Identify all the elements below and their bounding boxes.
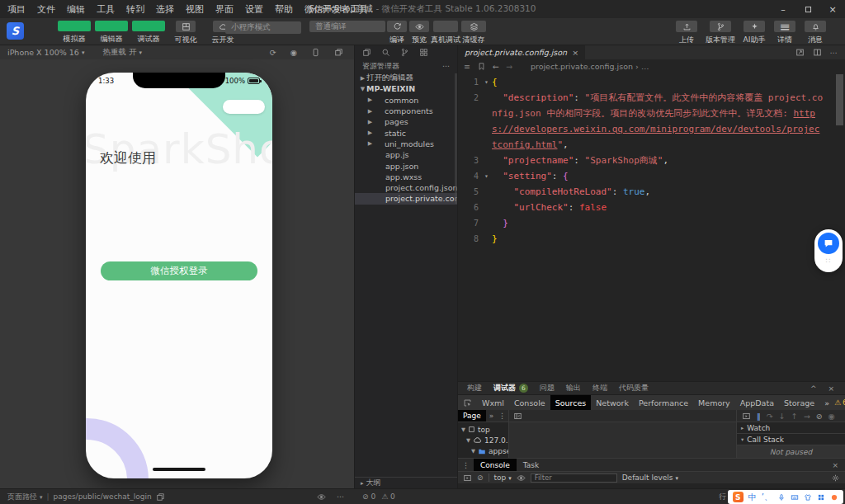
devtools-tab-Network[interactable]: Network [591, 395, 634, 410]
toolbar-action-AI助手[interactable]: AI助手 [743, 21, 766, 45]
step-icon[interactable]: → [804, 412, 810, 421]
code-editor[interactable]: 1▾{2 "description": "项目私有配置文件。此文件中的内容将覆盖… [458, 73, 845, 381]
wechat-login-button[interactable]: 微信授权登录 [101, 261, 257, 280]
drawer-more-icon[interactable]: ⋮ [458, 459, 474, 471]
search-icon[interactable] [381, 48, 390, 57]
menu-item-6[interactable]: 视图 [180, 3, 210, 16]
devtools-tab-Storage[interactable]: Storage [779, 395, 819, 410]
breadcrumb[interactable]: project.private.config.json › … [531, 62, 649, 71]
windows-icon[interactable] [334, 48, 343, 57]
pause-icon[interactable]: ‖ [757, 412, 761, 421]
fold-icon[interactable]: ▾ [481, 74, 492, 90]
panel-tab-构建[interactable]: 构建 [461, 383, 488, 393]
toolbar-action-上传[interactable]: 上传 [675, 21, 698, 45]
console-context-select[interactable]: top ▾ [494, 473, 512, 482]
nav-forward-icon[interactable]: → [506, 62, 512, 71]
copy-path-icon[interactable] [156, 492, 165, 502]
bp-slash-icon[interactable]: ⊘ [816, 412, 823, 421]
open-preview-icon[interactable] [795, 48, 805, 57]
close-panel-icon[interactable]: × [828, 384, 834, 393]
frame-tree-appservi[interactable]: ▼appservi [458, 445, 508, 456]
devtools-tab-Sources[interactable]: Sources [550, 395, 592, 410]
tree-item-app.js[interactable]: app.js [355, 149, 457, 160]
tab-page[interactable]: Page [458, 410, 486, 422]
watch-section[interactable]: ▸Watch [737, 422, 845, 434]
menu-item-0[interactable]: 项目 [2, 3, 31, 16]
toolbar-action-真机调试[interactable]: 真机调试 [431, 21, 460, 45]
phone-icon[interactable] [311, 48, 320, 57]
step-over-icon[interactable]: ↷ [767, 412, 773, 421]
menu-item-3[interactable]: 工具 [91, 3, 120, 16]
toolbar-action-消息[interactable]: 消息 [804, 21, 827, 45]
sources-tabs-overflow[interactable]: » [489, 412, 494, 420]
error-count[interactable]: ⊘ 0 [362, 492, 375, 501]
outline-section[interactable]: ▸大纲 [355, 477, 457, 488]
clear-console-icon[interactable]: ⊘ [477, 473, 484, 482]
play-box-icon[interactable] [742, 412, 751, 421]
step-into-icon[interactable]: ↓ [779, 412, 786, 421]
ime-item-1[interactable]: ’、 [762, 492, 772, 503]
devtools-tabs-overflow[interactable]: » [819, 395, 834, 410]
minimize-button[interactable]: – [771, 0, 795, 18]
panel-tab-代码质量[interactable]: 代码质量 [613, 383, 654, 393]
tree-item-components[interactable]: ▶components [355, 106, 457, 116]
close-button[interactable]: × [820, 0, 845, 18]
miniprogram-capsule-menu[interactable] [223, 100, 265, 114]
fab-drag-handle-icon[interactable]: ∷ [826, 258, 832, 263]
menu-item-7[interactable]: 界面 [210, 3, 239, 16]
menu-item-5[interactable]: 选择 [150, 3, 180, 16]
inspect-element-icon[interactable] [458, 395, 477, 410]
explorer-more-icon[interactable]: ⋯ [442, 62, 450, 70]
split-editor-icon[interactable] [813, 48, 822, 57]
tree-item-app.json[interactable]: app.json [355, 160, 457, 171]
sources-sidebar-more-icon[interactable]: ⋮ [498, 412, 508, 420]
tree-item-static[interactable]: ▶static [355, 127, 457, 138]
editor-tab[interactable]: project.private.config.json× [458, 45, 585, 59]
ai-assistant-fab[interactable]: ∷ [814, 229, 843, 272]
menu-item-4[interactable]: 转到 [120, 3, 150, 16]
devtools-tab-Performance[interactable]: Performance [634, 395, 693, 410]
page-path-select[interactable]: 页面路径 ▾ [7, 492, 42, 502]
tree-item-打开的编辑器[interactable]: ▶打开的编辑器 [355, 73, 457, 83]
toolbar-action-预览[interactable]: 预览 [408, 21, 430, 45]
toolbar-toggle-编辑器[interactable]: 编辑器 [95, 21, 128, 45]
mode-select[interactable]: 小程序模式 [225, 21, 301, 34]
console-eye-icon[interactable] [517, 473, 526, 483]
extensions-icon[interactable] [419, 48, 428, 57]
toolbar-toggle-调试器[interactable]: 调试器 [132, 21, 165, 45]
tree-item-MP-WEIXIN[interactable]: ▼MP-WEIXIN [355, 83, 457, 94]
frame-tree-127.0.0.1:5[interactable]: ▼127.0.0.1:5 [458, 435, 508, 445]
panel-tab-输出[interactable]: 输出 [560, 383, 587, 393]
toolbar-action-清缓存[interactable]: 清缓存 [461, 21, 486, 45]
tree-item-app.wxss[interactable]: app.wxss [355, 172, 457, 182]
ime-item-4[interactable] [804, 493, 812, 502]
tree-item-pages[interactable]: ▶pages [355, 116, 457, 127]
tree-item-common[interactable]: ▶common [355, 95, 457, 106]
call-stack-section[interactable]: ▾Call Stack [737, 434, 845, 445]
collapse-sidebar-icon[interactable] [513, 412, 522, 421]
record-icon[interactable]: ◉ [290, 48, 297, 57]
panel-tab-问题[interactable]: 问题 [534, 383, 560, 393]
hot-reload-toggle[interactable]: 热重载 开▾ [102, 47, 142, 58]
warning-count[interactable]: ⚠ 0 [381, 492, 395, 501]
menu-item-8[interactable]: 设置 [239, 3, 269, 16]
ime-item-5[interactable] [817, 493, 825, 502]
ai-chat-icon[interactable] [818, 233, 839, 254]
toolbar-toggle-模拟器[interactable]: 模拟器 [58, 21, 91, 45]
ime-item-3[interactable] [791, 493, 799, 502]
devtools-tab-Wxml[interactable]: Wxml [477, 395, 509, 410]
panel-tab-调试器[interactable]: 调试器6 [488, 383, 534, 393]
git-icon[interactable] [400, 48, 409, 57]
maximize-button[interactable] [795, 0, 820, 18]
console-sidebar-icon[interactable] [463, 473, 472, 483]
step-out-icon[interactable]: ↑ [791, 412, 798, 421]
explorer-scrollbar[interactable] [455, 73, 457, 204]
menu-item-9[interactable]: 帮助 [269, 3, 299, 16]
sim-eye-icon[interactable] [317, 492, 326, 502]
nav-back-icon[interactable]: ← [493, 62, 499, 71]
panel-tab-终端[interactable]: 终端 [587, 383, 613, 393]
close-drawer-icon[interactable]: × [832, 459, 845, 471]
menu-item-2[interactable]: 编辑 [61, 3, 91, 16]
sogou-logo[interactable]: S [733, 492, 744, 502]
files-icon[interactable] [362, 48, 371, 57]
